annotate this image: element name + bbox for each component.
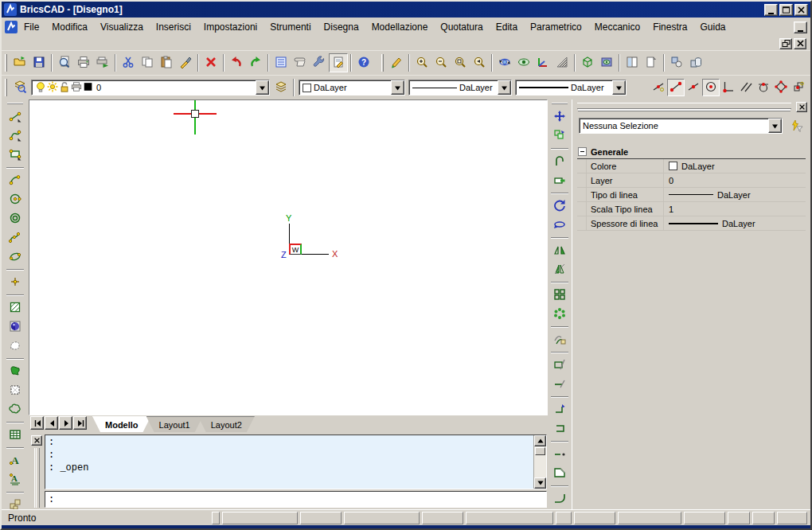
layer-explorer-button[interactable] (10, 78, 29, 97)
property-value[interactable]: 0 (663, 173, 806, 187)
color-combo[interactable]: DaLayer (299, 80, 405, 95)
menu-item-quotatura[interactable]: Quotatura (434, 19, 489, 35)
zoom-in-button[interactable] (412, 53, 431, 72)
minimize-button[interactable] (764, 4, 778, 16)
match-properties-button[interactable] (176, 53, 195, 72)
erase-button[interactable] (201, 53, 221, 72)
toolbar-grip[interactable] (381, 54, 384, 72)
ucs-icon-button[interactable] (533, 53, 552, 72)
menu-item-parametrico[interactable]: Parametrico (524, 19, 588, 35)
layer-combo[interactable]: 0 (31, 80, 270, 95)
chamfer-button[interactable] (550, 464, 569, 483)
array-button[interactable] (550, 286, 569, 305)
boundary-button[interactable] (6, 337, 25, 356)
sheet-set-button[interactable] (291, 53, 310, 72)
table-button[interactable] (6, 426, 25, 445)
menu-item-file[interactable]: File (18, 19, 45, 35)
menu-item-finestra[interactable]: Finestra (646, 19, 693, 35)
toolbar-grip[interactable] (5, 54, 7, 72)
command-close-button[interactable] (31, 435, 42, 446)
orbit-button[interactable] (495, 53, 514, 72)
ellipse-button[interactable] (6, 247, 25, 267)
circle-button[interactable] (6, 190, 25, 209)
viewports-button[interactable] (623, 53, 642, 72)
properties-close-button[interactable] (796, 102, 807, 112)
snap-quadrant-button[interactable] (772, 79, 790, 96)
snap-parallel-button[interactable] (737, 79, 755, 96)
look-from-button[interactable] (514, 53, 533, 72)
revision-cloud-button[interactable] (6, 400, 25, 419)
selection-combo[interactable]: Nessuna Selezione (579, 118, 783, 134)
mirror-3d-button[interactable] (550, 260, 569, 279)
scroll-up-button[interactable] (534, 435, 546, 446)
sketch-button[interactable] (387, 53, 406, 72)
batch-print-button[interactable] (93, 53, 112, 72)
print-button[interactable] (74, 53, 93, 72)
help-button[interactable]: ? (354, 53, 373, 72)
tab-modello[interactable]: Modello (92, 416, 151, 432)
toolbar-grip[interactable] (552, 103, 568, 104)
line-button[interactable] (6, 107, 25, 127)
menu-item-disegna[interactable]: Disegna (318, 19, 365, 35)
polyline-button[interactable] (6, 127, 25, 146)
new-view-button[interactable] (642, 53, 661, 72)
block-button[interactable] (6, 496, 25, 509)
tab-previous-button[interactable] (45, 416, 58, 430)
section-generale[interactable]: Generale (577, 145, 806, 159)
tab-next-button[interactable] (59, 416, 72, 430)
text-button[interactable]: A (6, 451, 25, 470)
fillet-button[interactable] (550, 489, 569, 509)
tab-last-button[interactable] (73, 416, 87, 430)
render-button[interactable] (552, 53, 572, 72)
scroll-down-button[interactable] (534, 477, 546, 489)
rectangle-button[interactable] (6, 146, 25, 165)
snap-insertion-button[interactable] (790, 79, 807, 96)
mdi-close-button[interactable] (794, 38, 806, 49)
drawing-canvas[interactable]: Y W Z X (29, 99, 548, 415)
break-button[interactable] (550, 445, 569, 464)
copy-button[interactable] (138, 53, 157, 72)
property-value[interactable]: DaLayer (663, 159, 806, 173)
menu-item-strumenti[interactable]: Strumenti (264, 19, 317, 35)
mdi-restore-button[interactable] (779, 38, 792, 49)
wipeout-button[interactable] (6, 381, 25, 400)
command-input[interactable]: : (45, 491, 547, 508)
paste-button[interactable] (157, 53, 176, 72)
snap-perpendicular-button[interactable] (720, 79, 737, 96)
move-button[interactable] (550, 107, 569, 127)
close-button[interactable] (794, 4, 808, 16)
offset-button[interactable] (550, 330, 569, 349)
curve-button[interactable] (550, 152, 569, 171)
redo-button[interactable] (246, 53, 265, 72)
panel-drag-grip[interactable] (577, 103, 791, 109)
draw-order-button[interactable] (667, 53, 686, 72)
titlebar[interactable]: BricsCAD - [Disegno1] (2, 2, 810, 18)
print-preview-button[interactable] (55, 53, 74, 72)
snap-endpoint-button[interactable] (667, 79, 685, 96)
donut-button[interactable] (6, 209, 25, 228)
command-history[interactable]: ::: _open (45, 435, 547, 489)
cut-button[interactable] (119, 53, 138, 72)
layer-combo-dropdown[interactable] (256, 80, 269, 95)
property-value[interactable]: DaLayer (663, 188, 806, 201)
snap-tangent-button[interactable] (755, 79, 772, 96)
layers-button[interactable] (271, 78, 291, 97)
command-scrollbar[interactable] (533, 435, 546, 489)
selection-combo-dropdown[interactable] (768, 119, 782, 133)
copy-entity-button[interactable] (550, 127, 569, 146)
menu-item-edita[interactable]: Edita (490, 19, 524, 35)
menu-item-guida[interactable]: Guida (693, 19, 732, 35)
toolbar-grip[interactable] (5, 79, 7, 96)
snap-center-button[interactable] (702, 79, 720, 96)
trim-button[interactable] (550, 356, 569, 375)
join-button[interactable] (550, 400, 569, 419)
solids-button[interactable] (686, 53, 705, 72)
drawing-explorer-button[interactable] (329, 53, 348, 72)
collapse-icon[interactable] (578, 147, 587, 156)
linetype-combo-dropdown[interactable] (498, 80, 511, 95)
menu-item-visualizza[interactable]: Visualizza (94, 19, 150, 35)
scrollbar-track[interactable] (534, 456, 546, 477)
mirror-button[interactable] (550, 241, 569, 260)
undo-button[interactable] (227, 53, 246, 72)
snap-nearest-button[interactable] (650, 79, 667, 96)
